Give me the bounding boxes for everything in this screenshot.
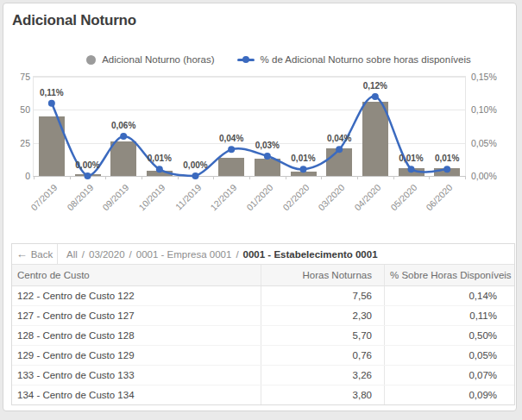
data-point-label: 0,11% xyxy=(32,88,72,97)
breadcrumb-current: 0001 - Estabelecimento 0001 xyxy=(243,249,378,260)
breadcrumb: All/03/2020/0001 - Empresa 0001/0001 - E… xyxy=(58,244,378,264)
x-axis-tick xyxy=(34,176,35,179)
cell-horas-noturnas: 7,56 xyxy=(261,286,384,305)
data-point[interactable] xyxy=(300,166,307,172)
column-header-horas-noturnas[interactable]: Horas Noturnas xyxy=(261,265,384,285)
table-row[interactable]: 127 - Centro de Custo 1272,300,11% xyxy=(12,306,514,326)
cell-centro-de-custo: 128 - Centro de Custo 128 xyxy=(12,326,261,345)
data-point-label: 0,01% xyxy=(140,154,179,163)
cell-centro-de-custo: 134 - Centro de Custo 134 xyxy=(12,386,261,404)
data-point[interactable] xyxy=(336,146,343,153)
data-point[interactable] xyxy=(228,146,235,153)
legend-label: Adicional Noturno (horas) xyxy=(102,54,214,65)
cell-horas-noturnas: 0,76 xyxy=(261,346,384,365)
combo-chart: 75502500,15%0,10%0,05%0,00%07/201908/201… xyxy=(33,76,466,177)
back-button[interactable]: ← Back xyxy=(12,244,58,264)
data-point-label: 0,12% xyxy=(355,81,395,91)
table-row[interactable]: 129 - Centro de Custo 1290,760,05% xyxy=(12,346,514,366)
data-point-label: 0,01% xyxy=(427,154,467,163)
left-axis-tick-label: 75 xyxy=(8,72,30,82)
cell-horas-noturnas: 5,70 xyxy=(261,326,384,345)
data-point-label: 0,03% xyxy=(248,141,287,150)
bar-series-swatch-icon xyxy=(86,55,96,65)
line-series-swatch-icon xyxy=(237,59,255,61)
x-axis-tick xyxy=(429,176,430,179)
cell-pct-sobre-horas: 0,50% xyxy=(384,326,514,345)
chart-legend: Adicional Noturno (horas) % de Adicional… xyxy=(3,53,516,66)
cell-centro-de-custo: 127 - Centro de Custo 127 xyxy=(12,306,261,325)
breadcrumb-link[interactable]: All xyxy=(66,249,78,260)
breadcrumb-link[interactable]: 0001 - Empresa 0001 xyxy=(136,249,232,260)
cell-horas-noturnas: 3,26 xyxy=(261,366,384,385)
data-point-label: 0,01% xyxy=(392,154,431,163)
back-arrow-icon: ← xyxy=(16,248,28,260)
breadcrumb-separator: / xyxy=(129,249,132,260)
cell-pct-sobre-horas: 0,09% xyxy=(384,386,514,404)
x-axis-tick xyxy=(249,176,250,179)
data-point-label: 0,01% xyxy=(284,154,324,163)
data-point-label: 0,04% xyxy=(319,134,359,143)
dashboard-card: Adicional Noturno Adicional Noturno (hor… xyxy=(3,3,517,411)
left-axis-tick-label: 25 xyxy=(8,138,30,148)
table-body: 122 - Centro de Custo 1227,560,14%127 - … xyxy=(12,286,514,404)
breadcrumb-separator: / xyxy=(236,249,238,260)
data-point[interactable] xyxy=(264,153,271,160)
x-axis-tick xyxy=(286,176,286,179)
cell-horas-noturnas: 2,30 xyxy=(261,306,384,325)
table-row[interactable]: 128 - Centro de Custo 1285,700,50% xyxy=(12,326,514,346)
breadcrumb-link[interactable]: 03/2020 xyxy=(89,249,125,260)
x-axis-tick xyxy=(142,176,142,179)
breadcrumb-bar: ← Back All/03/2020/0001 - Empresa 0001/0… xyxy=(12,244,514,265)
right-axis-tick-label: 0,10% xyxy=(471,104,514,115)
x-axis-tick xyxy=(105,176,106,179)
page-title: Adicional Noturno xyxy=(12,12,136,29)
cell-pct-sobre-horas: 0,07% xyxy=(384,366,514,385)
cell-centro-de-custo: 133 - Centro de Custo 133 xyxy=(12,366,261,385)
data-point[interactable] xyxy=(120,133,127,140)
legend-item-line-series[interactable]: % de Adicional Noturno sobre horas dispo… xyxy=(237,54,471,65)
x-axis-tick xyxy=(357,176,358,179)
data-point[interactable] xyxy=(443,166,450,172)
data-point[interactable] xyxy=(156,166,163,172)
table-header: Centro de Custo Horas Noturnas % Sobre H… xyxy=(12,265,514,286)
cell-pct-sobre-horas: 0,05% xyxy=(384,346,514,365)
cell-centro-de-custo: 122 - Centro de Custo 122 xyxy=(12,286,261,305)
legend-label: % de Adicional Noturno sobre horas dispo… xyxy=(261,54,471,65)
column-header-pct-sobre-horas[interactable]: % Sobre Horas Disponíveis xyxy=(384,265,514,285)
x-axis-tick xyxy=(465,176,466,179)
cell-pct-sobre-horas: 0,11% xyxy=(384,306,514,325)
breadcrumb-separator: / xyxy=(82,249,85,260)
data-point[interactable] xyxy=(48,100,55,107)
cell-centro-de-custo: 129 - Centro de Custo 129 xyxy=(12,346,261,365)
data-point-label: 0,06% xyxy=(104,121,143,130)
cell-horas-noturnas: 3,80 xyxy=(261,386,384,404)
left-axis-tick-label: 0 xyxy=(8,171,30,181)
x-axis-tick xyxy=(393,176,394,179)
data-point-label: 0,00% xyxy=(68,160,108,170)
left-axis-tick-label: 50 xyxy=(8,104,30,115)
data-point-label: 0,04% xyxy=(211,134,251,143)
x-axis-tick xyxy=(178,176,179,179)
legend-item-bar-series[interactable]: Adicional Noturno (horas) xyxy=(86,54,214,65)
data-point-label: 0,00% xyxy=(176,160,216,170)
table-row[interactable]: 134 - Centro de Custo 1343,800,09% xyxy=(12,386,514,404)
data-point[interactable] xyxy=(85,172,91,179)
drilldown-table: ← Back All/03/2020/0001 - Empresa 0001/0… xyxy=(11,243,515,405)
x-axis-tick xyxy=(213,176,214,179)
right-axis-tick-label: 0,05% xyxy=(471,138,514,148)
x-axis-tick xyxy=(70,176,71,179)
column-header-centro-de-custo[interactable]: Centro de Custo xyxy=(12,265,261,285)
data-point[interactable] xyxy=(408,166,415,172)
back-label: Back xyxy=(31,249,53,260)
right-axis-tick-label: 0,00% xyxy=(471,171,514,181)
x-axis-tick xyxy=(321,176,322,179)
right-axis-tick-label: 0,15% xyxy=(471,72,514,82)
table-row[interactable]: 122 - Centro de Custo 1227,560,14% xyxy=(12,286,514,306)
cell-pct-sobre-horas: 0,14% xyxy=(384,286,514,305)
data-point[interactable] xyxy=(372,93,379,100)
table-row[interactable]: 133 - Centro de Custo 1333,260,07% xyxy=(12,366,514,386)
data-point[interactable] xyxy=(192,172,199,179)
